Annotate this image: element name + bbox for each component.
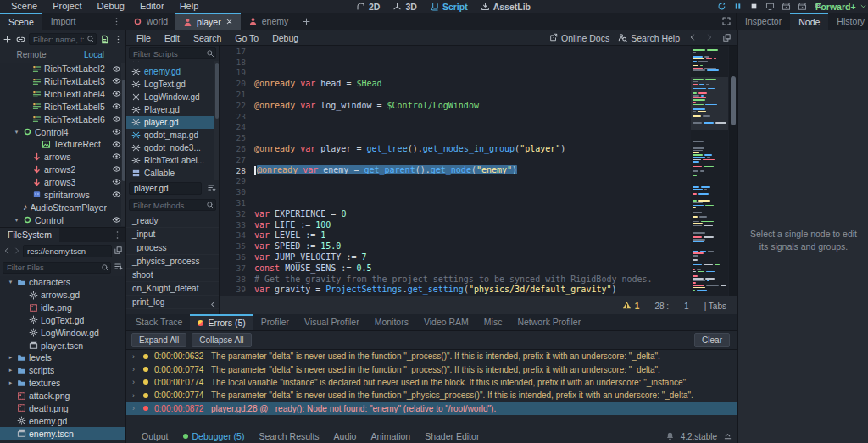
- scene-tree-row[interactable]: TextureRect: [0, 138, 125, 151]
- menu-project[interactable]: Project: [45, 0, 89, 13]
- search-help-button[interactable]: Search Help: [618, 33, 680, 44]
- debugger-tab-video-ram[interactable]: Video RAM: [416, 314, 476, 330]
- script-list-item[interactable]: LogWindow.gd: [126, 91, 219, 103]
- expand-row-icon[interactable]: ›: [132, 391, 137, 400]
- debugger-tab-errors-5[interactable]: Errors (5): [190, 314, 253, 330]
- scene-tree-row[interactable]: ▾Control: [0, 213, 125, 226]
- script-menu-debug[interactable]: Debug: [265, 30, 305, 46]
- toggle-scripts-panel-icon[interactable]: [209, 300, 218, 311]
- method-list-item[interactable]: _physics_process: [126, 255, 219, 269]
- history-back-icon[interactable]: [688, 33, 697, 43]
- visibility-eye-icon[interactable]: [112, 64, 121, 75]
- error-row[interactable]: ›0:00:00:0774The parameter "delta" is ne…: [126, 363, 737, 375]
- file-tree-row[interactable]: ▸scripts: [0, 364, 125, 377]
- script-menu-file[interactable]: File: [130, 30, 158, 46]
- workspace-tab-3d[interactable]: 3D: [392, 2, 416, 12]
- file-tree-row[interactable]: idle.png: [0, 302, 125, 314]
- error-row[interactable]: ›0:00:00:0774The local variable "instanc…: [126, 376, 737, 389]
- visibility-eye-icon[interactable]: [112, 164, 121, 175]
- visibility-eye-icon[interactable]: [112, 102, 121, 113]
- scene-tree-row[interactable]: ♪AudioStreamPlayer: [0, 201, 125, 213]
- script-list-scrollbar[interactable]: [214, 61, 219, 180]
- scene-tree-row[interactable]: RichTextLabel5: [0, 101, 125, 114]
- tab-filesystem[interactable]: FileSystem: [0, 228, 59, 242]
- error-row[interactable]: ›0:00:00:0872player.gd:28 @ _ready(): No…: [126, 402, 737, 415]
- script-menu-edit[interactable]: Edit: [158, 30, 186, 46]
- stop-button[interactable]: [749, 2, 759, 11]
- add-node-button[interactable]: [2, 35, 13, 44]
- visibility-eye-icon[interactable]: [112, 215, 121, 226]
- menu-editor[interactable]: Editor: [132, 0, 172, 13]
- bottom-tab-animation[interactable]: Animation: [370, 431, 410, 441]
- bottom-tab-audio[interactable]: Audio: [334, 431, 357, 441]
- scene-tree-row[interactable]: arrows3: [0, 176, 125, 189]
- file-tree-row[interactable]: arrows.gd: [0, 289, 125, 302]
- tree-collapse-icon[interactable]: ▾: [13, 217, 20, 224]
- script-list-item[interactable]: Player.gd: [126, 103, 219, 116]
- float-panel-icon[interactable]: [722, 33, 732, 44]
- pause-button[interactable]: [733, 2, 743, 11]
- file-tree-row[interactable]: death.png: [0, 401, 125, 414]
- method-list-item[interactable]: shoot: [126, 269, 219, 282]
- nav-forward-icon[interactable]: [13, 246, 21, 257]
- menu-scene[interactable]: Scene: [3, 0, 45, 13]
- menu-debug[interactable]: Debug: [89, 0, 131, 13]
- tree-expand-icon[interactable]: ▸: [7, 354, 14, 361]
- tree-expand-icon[interactable]: ▸: [7, 379, 14, 386]
- script-menu-go-to[interactable]: Go To: [228, 30, 265, 46]
- dock-tab-inspector[interactable]: Inspector: [737, 13, 790, 30]
- tree-collapse-icon[interactable]: ▾: [7, 279, 14, 285]
- scene-tree-row[interactable]: RichTextLabel3: [0, 75, 125, 88]
- file-tree-row[interactable]: player.tscn: [0, 339, 125, 352]
- dock-tab-scene[interactable]: Scene: [0, 13, 42, 30]
- workspace-tab-2d[interactable]: 2D: [356, 2, 380, 12]
- new-scene-tab-button[interactable]: [296, 13, 317, 30]
- path-input[interactable]: [23, 245, 112, 257]
- collapse-all-button[interactable]: Collapse All: [192, 333, 251, 347]
- visibility-eye-icon[interactable]: [112, 140, 121, 151]
- scene-subtab-local[interactable]: Local: [63, 48, 125, 61]
- method-list-item[interactable]: _process: [126, 241, 219, 255]
- debugger-tab-misc[interactable]: Misc: [476, 314, 510, 330]
- filter-methods-input[interactable]: [129, 199, 216, 211]
- bottom-tab-search-results[interactable]: Search Results: [259, 431, 319, 441]
- scene-subtab-remote[interactable]: Remote: [0, 48, 63, 61]
- sort-methods-icon[interactable]: [207, 183, 216, 194]
- scene-tab-world[interactable]: world: [125, 13, 175, 30]
- dock-tab-import[interactable]: Import: [42, 13, 85, 30]
- file-tree-row[interactable]: attack.png: [0, 390, 125, 402]
- debugger-tab-monitors[interactable]: Monitors: [367, 314, 416, 330]
- visibility-eye-icon[interactable]: [112, 152, 121, 163]
- file-tree-row[interactable]: LogWindow.gd: [0, 326, 125, 339]
- current-script-dropdown[interactable]: player.gd: [129, 182, 202, 195]
- visibility-eye-icon[interactable]: [112, 76, 121, 87]
- scene-tree-scrollbar[interactable]: [121, 63, 125, 226]
- scene-tree-row[interactable]: arrows: [0, 151, 125, 163]
- file-tree-row[interactable]: LogText.gd: [0, 314, 125, 327]
- method-list-item[interactable]: _input: [126, 228, 219, 241]
- debugger-tab-visual-profiler[interactable]: Visual Profiler: [297, 314, 367, 330]
- expand-all-button[interactable]: Expand All: [131, 333, 186, 347]
- instantiate-scene-button[interactable]: [15, 35, 26, 44]
- debugger-tab-network-profiler[interactable]: Network Profiler: [509, 314, 588, 330]
- script-list-item[interactable]: qodot_node3...: [126, 141, 219, 154]
- tree-collapse-icon[interactable]: ▾: [13, 129, 20, 136]
- clear-button[interactable]: Clear: [694, 333, 730, 347]
- dock-tab-node[interactable]: Node: [790, 13, 828, 30]
- scene-tab-enemy[interactable]: enemy: [241, 13, 297, 30]
- error-row[interactable]: ›0:00:00:0632The parameter "delta" is ne…: [126, 350, 737, 363]
- code-minimap[interactable]: [691, 46, 728, 296]
- renderer-dropdown[interactable]: Forward+: [815, 0, 867, 13]
- debugger-tab-profiler[interactable]: Profiler: [253, 314, 297, 330]
- script-menu-search[interactable]: Search: [186, 30, 228, 46]
- scene-tree-row[interactable]: RichTextLabel2: [0, 63, 125, 75]
- bottom-tab-output[interactable]: Output: [142, 431, 169, 441]
- scene-tree-row[interactable]: RichTextLabel4: [0, 88, 125, 101]
- workspace-tab-assetlib[interactable]: AssetLib: [481, 2, 531, 12]
- file-tree-row[interactable]: ▸levels: [0, 352, 125, 364]
- visibility-eye-icon[interactable]: [112, 114, 121, 125]
- online-docs-button[interactable]: Online Docs: [549, 33, 609, 43]
- method-list-item[interactable]: on_Knight_defeat: [126, 282, 219, 296]
- scene-dock-menu-icon[interactable]: [113, 35, 124, 44]
- history-forward-icon[interactable]: [705, 33, 714, 43]
